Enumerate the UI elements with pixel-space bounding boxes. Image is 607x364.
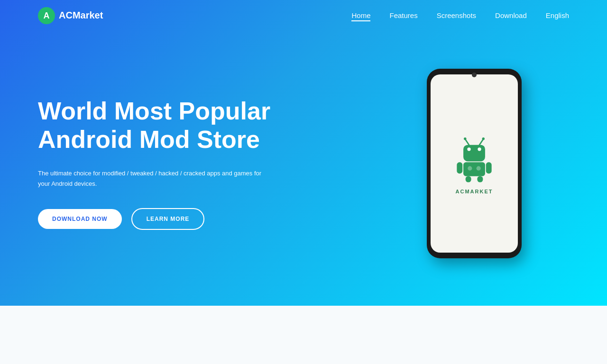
- acmarket-app-icon: [448, 133, 500, 185]
- svg-point-6: [464, 137, 467, 140]
- svg-rect-13: [477, 176, 483, 182]
- nav-link-home[interactable]: Home: [351, 11, 370, 21]
- acmarket-phone-label: ACMARKET: [456, 189, 493, 194]
- nav-item-english[interactable]: English: [546, 11, 569, 20]
- svg-rect-9: [463, 162, 485, 176]
- svg-text:A: A: [44, 11, 50, 20]
- hero-text: World Most Popular Android Mod Store The…: [38, 97, 275, 230]
- navbar: A ACMarket Home Features Screenshots Dow…: [0, 0, 607, 31]
- phone-camera: [472, 73, 477, 77]
- svg-point-8: [482, 137, 485, 140]
- svg-rect-10: [457, 162, 462, 173]
- svg-rect-12: [466, 176, 471, 182]
- nav-link-english[interactable]: English: [546, 11, 569, 19]
- svg-line-5: [466, 140, 469, 145]
- svg-point-3: [467, 147, 470, 151]
- logo-icon: A: [38, 7, 55, 24]
- nav-item-screenshots[interactable]: Screenshots: [437, 11, 476, 20]
- nav-link-features[interactable]: Features: [389, 11, 417, 19]
- nav-links: Home Features Screenshots Download Engli…: [351, 11, 569, 20]
- hero-buttons: DOWNLOAD NOW LEARN MORE: [38, 208, 275, 230]
- svg-line-7: [479, 140, 483, 145]
- phone-screen: ACMARKET: [431, 74, 518, 253]
- nav-link-screenshots[interactable]: Screenshots: [437, 11, 476, 19]
- logo-text: ACMarket: [59, 10, 103, 21]
- nav-item-download[interactable]: Download: [495, 11, 527, 20]
- svg-rect-2: [463, 145, 485, 162]
- download-now-button[interactable]: DOWNLOAD NOW: [38, 209, 122, 229]
- svg-point-15: [477, 166, 481, 171]
- nav-item-home[interactable]: Home: [351, 11, 370, 20]
- white-section: [0, 306, 607, 364]
- svg-point-14: [468, 166, 472, 171]
- hero-title: World Most Popular Android Mod Store: [38, 97, 275, 154]
- hero-description: The ultimate choice for modified / tweak…: [38, 168, 275, 189]
- logo-link[interactable]: A ACMarket: [38, 7, 103, 24]
- phone-outer: ACMARKET: [427, 69, 522, 258]
- hero-content: World Most Popular Android Mod Store The…: [0, 31, 607, 306]
- nav-item-features[interactable]: Features: [389, 11, 417, 20]
- nav-link-download[interactable]: Download: [495, 11, 527, 19]
- svg-point-4: [478, 147, 481, 151]
- learn-more-button[interactable]: LEARN MORE: [131, 208, 205, 230]
- svg-rect-11: [486, 162, 492, 173]
- phone-mockup: ACMARKET: [427, 69, 531, 268]
